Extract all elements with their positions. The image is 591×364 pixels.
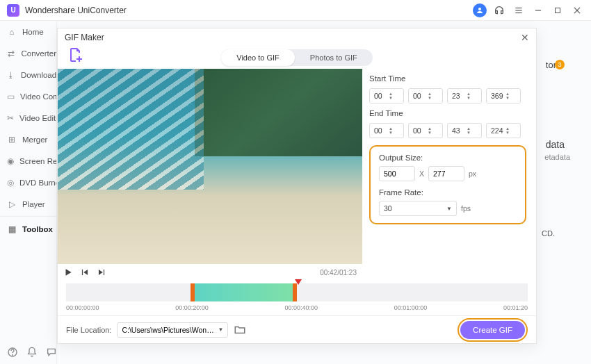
- gif-maker-modal: GIF Maker ✕ Video to GIF Photos to GIF: [57, 28, 537, 344]
- sidebar: ⌂Home ⇄Converter ⭳Downloader ▭Video Comp…: [0, 21, 57, 364]
- grid-icon: ▦: [7, 224, 17, 234]
- end-minutes[interactable]: 00▲▼: [408, 123, 443, 138]
- menu-icon[interactable]: [512, 3, 526, 17]
- play-icon: ▷: [7, 199, 17, 209]
- size-sep: X: [419, 169, 424, 178]
- next-frame-button[interactable]: [97, 267, 106, 277]
- svg-point-9: [13, 355, 13, 356]
- svg-marker-10: [66, 269, 72, 275]
- add-file-button[interactable]: [67, 47, 84, 63]
- prev-frame-button[interactable]: [80, 267, 90, 277]
- start-ms[interactable]: 369▲▼: [486, 88, 521, 104]
- compress-icon: ▭: [7, 92, 15, 101]
- end-hours[interactable]: 00▲▼: [369, 123, 404, 138]
- maximize-button[interactable]: [551, 3, 565, 17]
- timeline[interactable]: 00:00:00:00 00:00:20:00 00:00:40:00 00:0…: [58, 281, 536, 315]
- end-ms[interactable]: 224▲▼: [486, 123, 521, 138]
- merge-icon: ⊞: [7, 135, 17, 144]
- sidebar-item-converter[interactable]: ⇄Converter: [0, 42, 56, 64]
- user-avatar[interactable]: [473, 3, 487, 17]
- tick: 00:00:20:00: [175, 304, 209, 311]
- output-size-label: Output Size:: [379, 154, 517, 162]
- browse-folder-button[interactable]: [234, 324, 246, 336]
- sidebar-item-downloader[interactable]: ⭳Downloader: [0, 64, 56, 85]
- disc-icon: ◎: [7, 178, 14, 188]
- sidebar-item-recorder[interactable]: ◉Screen Recorder: [0, 150, 56, 172]
- create-gif-button[interactable]: Create GIF: [460, 321, 525, 339]
- file-location-label: File Location:: [66, 326, 111, 334]
- bell-icon[interactable]: [26, 347, 38, 358]
- video-preview[interactable]: [58, 69, 362, 264]
- modal-title: GIF Maker: [65, 33, 104, 42]
- download-icon: ⭳: [7, 70, 15, 80]
- tab-video-to-gif[interactable]: Video to GIF: [221, 49, 295, 66]
- convert-icon: ⇄: [7, 49, 16, 58]
- playback-time: 00:42/01:23: [320, 269, 357, 276]
- sidebar-item-dvd[interactable]: ◎DVD Burner: [0, 172, 56, 193]
- bg-line: CD.: [542, 229, 555, 238]
- sidebar-item-player[interactable]: ▷Player: [0, 193, 56, 215]
- output-height-input[interactable]: [428, 166, 464, 181]
- end-seconds[interactable]: 43▲▼: [447, 123, 482, 138]
- tab-photos-to-gif[interactable]: Photos to GIF: [295, 49, 373, 66]
- sidebar-item-toolbox[interactable]: ▦Toolbox: [0, 218, 56, 240]
- timeline-selection[interactable]: [191, 283, 297, 301]
- tick: 00:01:00:00: [394, 304, 428, 311]
- frame-rate-label: Frame Rate:: [379, 188, 517, 197]
- bg-meta-title: data: [546, 139, 565, 150]
- app-title: Wondershare UniConverter: [25, 6, 127, 15]
- start-seconds[interactable]: 23▲▼: [447, 88, 482, 104]
- bg-badge: 3: [555, 60, 565, 69]
- home-icon: ⌂: [7, 27, 17, 37]
- output-settings-box: Output Size: X px Frame Rate: 30▼ fps: [369, 145, 526, 224]
- rate-unit: fps: [461, 204, 471, 213]
- sidebar-item-compressor[interactable]: ▭Video Compressor: [0, 85, 56, 107]
- tick: 00:00:40:00: [284, 304, 318, 311]
- mode-segment: Video to GIF Photos to GIF: [221, 49, 372, 66]
- sidebar-item-editor[interactable]: ✂Video Editor: [0, 107, 56, 129]
- support-icon[interactable]: [492, 3, 506, 17]
- sidebar-item-home[interactable]: ⌂Home: [0, 21, 56, 42]
- play-button[interactable]: [63, 267, 73, 277]
- start-hours[interactable]: 00▲▼: [369, 88, 404, 104]
- modal-close-button[interactable]: ✕: [521, 32, 529, 43]
- app-logo: U: [7, 4, 19, 17]
- svg-point-0: [478, 8, 481, 10]
- size-unit: px: [469, 169, 476, 178]
- svg-rect-11: [82, 270, 83, 275]
- record-icon: ◉: [7, 156, 14, 166]
- svg-rect-14: [104, 270, 104, 275]
- start-minutes[interactable]: 00▲▼: [408, 88, 443, 104]
- frame-rate-select[interactable]: 30▼: [379, 201, 457, 216]
- help-icon[interactable]: [7, 347, 18, 358]
- minimize-button[interactable]: [531, 3, 545, 17]
- output-width-input[interactable]: [379, 166, 415, 181]
- svg-rect-5: [556, 8, 560, 13]
- file-location-select[interactable]: C:\Users\ws\Pictures\Wonders▼: [117, 322, 228, 338]
- svg-marker-13: [99, 270, 103, 275]
- svg-marker-12: [83, 270, 88, 275]
- bg-meta-sub: etadata: [544, 153, 570, 161]
- end-time-label: End Time: [369, 109, 526, 117]
- chat-icon[interactable]: [46, 347, 57, 358]
- close-button[interactable]: [570, 3, 584, 17]
- scissors-icon: ✂: [7, 113, 14, 123]
- tick: 00:00:00:00: [66, 304, 99, 311]
- timeline-playhead[interactable]: [295, 279, 302, 285]
- start-time-label: Start Time: [369, 74, 526, 83]
- sidebar-item-merger[interactable]: ⊞Merger: [0, 129, 56, 150]
- tick: 00:01:20: [503, 304, 528, 311]
